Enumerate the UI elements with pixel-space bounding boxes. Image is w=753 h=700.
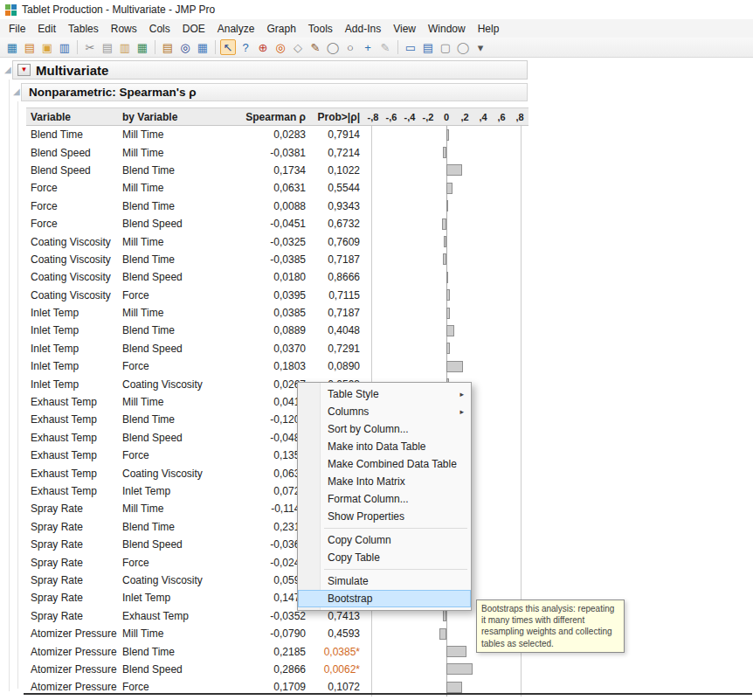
spearman-value-cell: 0,1709 <box>227 681 306 693</box>
column-header-spearman[interactable]: Spearman ρ <box>227 111 306 123</box>
correlation-bar <box>446 272 448 283</box>
context-menu-item-simulate[interactable]: Simulate <box>298 572 471 590</box>
column-header-by-variable[interactable]: by Variable <box>122 111 227 123</box>
variable-cell: Coating Viscosity <box>26 289 122 301</box>
by-variable-cell: Blend Time <box>122 646 227 658</box>
globe-tool-icon[interactable]: ◎ <box>273 39 288 55</box>
menu-rows[interactable]: Rows <box>105 21 143 37</box>
variable-cell: Atomizer Pressure <box>26 663 122 676</box>
menu-doe[interactable]: DOE <box>176 21 211 37</box>
variable-cell: Spray Rate <box>26 521 122 533</box>
variable-cell: Force <box>26 182 122 194</box>
menu-cols[interactable]: Cols <box>143 21 176 37</box>
brush-tool-icon[interactable]: ✎ <box>307 39 323 55</box>
table-row[interactable]: Blend SpeedMill Time-0,03810,7214 <box>26 143 528 161</box>
table-row[interactable]: Inlet TempMill Time0,03850,7187 <box>26 304 528 322</box>
outline-disclosure-icon[interactable]: ◢ <box>4 66 11 74</box>
table-row[interactable]: Inlet TempBlend Time0,08890,4048 <box>26 322 528 339</box>
context-menu-item-copy-column[interactable]: Copy Column <box>298 531 471 549</box>
layout-icon[interactable]: ▤ <box>420 39 436 55</box>
table-row[interactable]: Blend SpeedBlend Time0,17340,1022 <box>26 162 528 179</box>
context-menu-item-make-into-matrix[interactable]: Make Into Matrix <box>298 473 471 490</box>
arrow-tool-icon[interactable]: ↖ <box>220 39 236 55</box>
table-row[interactable]: Coating ViscosityMill Time-0,03250,7609 <box>26 232 528 250</box>
plus-tool-icon[interactable]: + <box>360 39 376 55</box>
correlation-bar <box>446 289 450 301</box>
toolbar-overflow-icon[interactable]: ▾ <box>473 39 488 55</box>
context-menu-item-bootstrap[interactable]: Bootstrap <box>298 590 471 607</box>
menu-graph[interactable]: Graph <box>260 21 301 37</box>
menu-help[interactable]: Help <box>472 21 506 37</box>
menu-view[interactable]: View <box>387 21 422 37</box>
context-menu-item-columns[interactable]: Columns▸ <box>298 403 471 420</box>
table-row[interactable]: ForceBlend Speed-0,04510,6732 <box>26 215 528 232</box>
variable-cell: Inlet Temp <box>26 307 122 319</box>
spearman-value-cell: -0,1140 <box>227 502 306 515</box>
prob-value-cell: 0,7413 <box>306 610 360 622</box>
menu-edit[interactable]: Edit <box>31 21 62 37</box>
oval-icon[interactable]: ◯ <box>455 39 471 55</box>
paste-icon[interactable]: ▥ <box>117 39 133 55</box>
cylinder-icon[interactable]: ▢ <box>438 39 453 55</box>
correlation-bar <box>446 200 448 211</box>
data-grid-icon[interactable]: ▦ <box>195 39 211 55</box>
table-row[interactable]: Blend TimeMill Time0,02830,7914 <box>26 126 528 143</box>
binoculars-icon[interactable]: ◎ <box>177 39 193 55</box>
context-menu-item-copy-table[interactable]: Copy Table <box>298 549 471 566</box>
journal-icon[interactable]: ▤ <box>160 39 176 55</box>
context-menu-item-sort-by-column[interactable]: Sort by Column... <box>298 420 471 438</box>
table-row[interactable]: Atomizer PressureBlend Time0,21850,0385* <box>26 642 528 660</box>
red-triangle-menu-button[interactable]: ▼ <box>17 64 31 76</box>
new-table-icon[interactable]: ▤ <box>22 39 38 55</box>
table-row[interactable]: Coating ViscosityBlend Time-0,03850,7187 <box>26 251 528 268</box>
save-icon[interactable]: ▥ <box>57 39 73 55</box>
menu-window[interactable]: Window <box>422 21 472 37</box>
table-row[interactable]: Atomizer PressureBlend Speed0,28660,0062… <box>26 661 528 678</box>
help-tool-icon[interactable]: ? <box>238 39 253 55</box>
spearman-value-cell: -0,0451 <box>227 218 306 230</box>
grabber-tool-icon[interactable]: ◇ <box>290 39 306 55</box>
menu-analyze[interactable]: Analyze <box>211 21 261 37</box>
open-icon[interactable]: ▣ <box>39 39 55 55</box>
annotate-tool-icon[interactable]: ✎ <box>377 39 393 55</box>
menu-tables[interactable]: Tables <box>62 21 105 37</box>
jmp-journal-icon[interactable]: ▦ <box>4 39 20 55</box>
table-row[interactable]: Coating ViscosityForce0,03950,7115 <box>26 287 528 304</box>
correlation-bar <box>443 610 446 621</box>
column-header-variable[interactable]: Variable <box>26 111 122 123</box>
variable-cell: Blend Speed <box>26 164 122 177</box>
data-table-icon[interactable]: ▦ <box>135 39 150 55</box>
magnifier-tool-icon[interactable]: ○ <box>342 39 358 55</box>
context-menu-item-table-style[interactable]: Table Style▸ <box>298 385 471 403</box>
table-row[interactable]: ForceBlend Time0,00880,9343 <box>26 198 528 215</box>
context-menu-item-make-into-data-table[interactable]: Make into Data Table <box>298 438 471 455</box>
menu-addins[interactable]: Add-Ins <box>339 21 387 37</box>
table-row[interactable]: ForceMill Time0,06310,5544 <box>26 179 528 197</box>
red-triangle-icon: ▼ <box>21 66 28 73</box>
table-row[interactable]: Atomizer PressureMill Time-0,07900,4593 <box>26 625 528 642</box>
context-menu-item-show-properties[interactable]: Show Properties <box>298 508 471 525</box>
context-menu-item-format-column[interactable]: Format Column... <box>298 490 471 508</box>
lasso-tool-icon[interactable]: ◯ <box>325 39 341 55</box>
copy-icon[interactable]: ▤ <box>100 39 115 55</box>
spearman-value-cell: 0,0415 <box>227 396 306 408</box>
by-variable-cell: Coating Viscosity <box>122 574 227 586</box>
column-header-prob[interactable]: Prob>|ρ| <box>306 111 360 123</box>
outline-disclosure-icon[interactable]: ◢ <box>13 87 20 96</box>
spearman-value-cell: 0,0631 <box>227 468 306 480</box>
main-toolbar: ▦▤▣▥✂▤▥▦▤◎▦↖?⊕◎◇✎◯○+✎▭▤▢◯▾ <box>0 38 753 58</box>
toolbar-separator <box>77 40 78 54</box>
menu-tools[interactable]: Tools <box>302 21 339 37</box>
context-menu-item-make-combined-data-table[interactable]: Make Combined Data Table <box>298 455 471 473</box>
table-row[interactable]: Coating ViscosityBlend Speed0,01800,8666 <box>26 268 528 286</box>
variable-cell: Inlet Temp <box>26 324 122 336</box>
by-variable-cell: Mill Time <box>122 128 227 141</box>
prob-value-cell: 0,7914 <box>306 128 360 141</box>
crosshair-tool-icon[interactable]: ⊕ <box>255 39 271 55</box>
table-row[interactable]: Inlet TempForce0,18030,0890 <box>26 357 528 375</box>
menu-file[interactable]: File <box>3 21 31 37</box>
cut-icon[interactable]: ✂ <box>82 39 98 55</box>
menu-item-label: Simulate <box>328 575 369 587</box>
table-row[interactable]: Inlet TempBlend Speed0,03700,7291 <box>26 340 528 357</box>
new-window-icon[interactable]: ▭ <box>403 39 418 55</box>
